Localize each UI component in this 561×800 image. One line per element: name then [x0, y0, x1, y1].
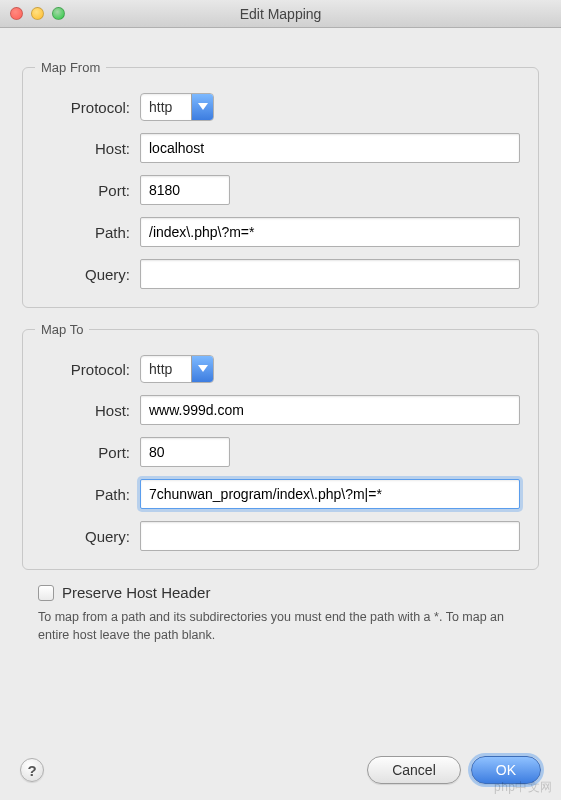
path-label: Path:	[35, 224, 140, 241]
protocol-label: Protocol:	[35, 361, 140, 378]
content-area: Map From Protocol: http Host: Port: Path…	[0, 28, 561, 650]
query-field[interactable]	[140, 259, 520, 289]
query-label: Query:	[35, 266, 140, 283]
preserve-host-checkbox[interactable]	[38, 585, 54, 601]
port-field[interactable]	[140, 437, 230, 467]
query-label: Query:	[35, 528, 140, 545]
preserve-host-label: Preserve Host Header	[62, 584, 210, 601]
port-field[interactable]	[140, 175, 230, 205]
host-label: Host:	[35, 402, 140, 419]
protocol-value: http	[141, 356, 191, 382]
host-field[interactable]	[140, 133, 520, 163]
help-icon: ?	[27, 762, 36, 779]
map-to-legend: Map To	[35, 322, 89, 337]
help-text: To map from a path and its subdirectorie…	[38, 609, 523, 644]
port-label: Port:	[35, 182, 140, 199]
chevron-down-icon	[191, 356, 213, 382]
svg-marker-0	[198, 103, 208, 110]
ok-button[interactable]: OK	[471, 756, 541, 784]
path-field[interactable]	[140, 479, 520, 509]
protocol-select[interactable]: http	[140, 355, 214, 383]
chevron-down-icon	[191, 94, 213, 120]
protocol-select[interactable]: http	[140, 93, 214, 121]
host-label: Host:	[35, 140, 140, 157]
path-field[interactable]	[140, 217, 520, 247]
cancel-button[interactable]: Cancel	[367, 756, 461, 784]
preserve-host-row[interactable]: Preserve Host Header	[38, 584, 539, 601]
titlebar: Edit Mapping	[0, 0, 561, 28]
path-label: Path:	[35, 486, 140, 503]
map-from-group: Map From Protocol: http Host: Port: Path…	[22, 60, 539, 308]
host-field[interactable]	[140, 395, 520, 425]
svg-marker-1	[198, 365, 208, 372]
map-to-group: Map To Protocol: http Host: Port: Path:	[22, 322, 539, 570]
query-field[interactable]	[140, 521, 520, 551]
protocol-label: Protocol:	[35, 99, 140, 116]
help-button[interactable]: ?	[20, 758, 44, 782]
port-label: Port:	[35, 444, 140, 461]
window-title: Edit Mapping	[0, 6, 561, 22]
traffic-lights	[10, 7, 65, 20]
minimize-icon[interactable]	[31, 7, 44, 20]
close-icon[interactable]	[10, 7, 23, 20]
protocol-value: http	[141, 94, 191, 120]
footer: ? Cancel OK	[0, 744, 561, 800]
maximize-icon[interactable]	[52, 7, 65, 20]
map-from-legend: Map From	[35, 60, 106, 75]
